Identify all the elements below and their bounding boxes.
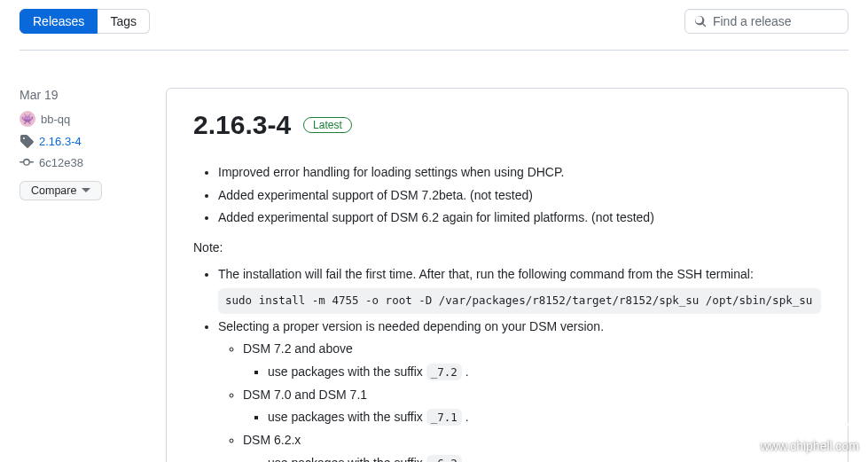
changes-list: Improved error handling for loading sett… <box>193 163 821 228</box>
tab-tags[interactable]: Tags <box>98 9 150 34</box>
dsm-label: DSM 7.2 and above <box>243 341 353 356</box>
list-item: DSM 6.2.x use packages with the suffix _… <box>243 431 821 462</box>
list-item: use packages with the suffix _7.2 . <box>268 363 821 382</box>
tag-row[interactable]: 2.16.3-4 <box>20 134 157 148</box>
watermark: www.chiphell.com <box>761 392 859 453</box>
search-field[interactable] <box>684 9 848 34</box>
dsm-label: DSM 6.2.x <box>243 433 301 447</box>
compare-label: Compare <box>31 184 76 197</box>
top-bar: Releases Tags <box>20 9 848 51</box>
watermark-url: www.chiphell.com <box>761 439 859 453</box>
suffix-code: _6.2 <box>426 455 462 462</box>
avatar: 👾 <box>20 111 35 127</box>
title-row: 2.16.3-4 Latest <box>193 110 821 140</box>
tab-releases[interactable]: Releases <box>20 9 98 34</box>
list-item: DSM 7.2 and above use packages with the … <box>243 340 821 381</box>
latest-badge: Latest <box>303 117 352 133</box>
search-input[interactable] <box>713 14 839 28</box>
list-item: The installation will fail the first tim… <box>218 265 821 313</box>
dsm-label: DSM 7.0 and DSM 7.1 <box>243 388 367 402</box>
list-item: use packages with the suffix _6.2 . <box>268 454 821 462</box>
suffix-code: _7.2 <box>426 364 462 380</box>
list-item: Improved error handling for loading sett… <box>218 163 821 183</box>
release-box: 2.16.3-4 Latest Improved error handling … <box>166 88 848 462</box>
commit-row[interactable]: 6c12e38 <box>20 155 157 169</box>
suffix-code: _7.1 <box>426 409 462 426</box>
list-item: Selecting a proper version is needed dep… <box>218 317 821 463</box>
install-command: sudo install -m 4755 -o root -D /var/pac… <box>218 288 821 314</box>
tab-group: Releases Tags <box>20 9 150 34</box>
note-label: Note: <box>193 240 821 254</box>
commit-sha: 6c12e38 <box>39 156 83 169</box>
release-sidebar: Mar 19 👾 bb-qq 2.16.3-4 6c12e38 Compare <box>20 88 166 462</box>
notes-list: The installation will fail the first tim… <box>193 265 821 462</box>
caret-down-icon <box>82 188 90 193</box>
tag-link[interactable]: 2.16.3-4 <box>39 135 82 148</box>
list-item: use packages with the suffix _7.1 . <box>268 408 821 427</box>
release-body: Improved error handling for loading sett… <box>193 163 821 462</box>
tag-icon <box>20 134 34 148</box>
select-note-text: Selecting a proper version is needed dep… <box>218 319 604 333</box>
commit-icon <box>20 155 34 169</box>
release-date: Mar 19 <box>20 88 157 102</box>
list-item: Added experimental support of DSM 7.2bet… <box>218 186 821 206</box>
watermark-logo-icon <box>779 392 859 436</box>
search-icon <box>694 14 707 28</box>
list-item: DSM 7.0 and DSM 7.1 use packages with th… <box>243 386 821 427</box>
install-note-text: The installation will fail the first tim… <box>218 267 754 281</box>
author-link[interactable]: bb-qq <box>41 113 70 126</box>
list-item: Added experimental support of DSM 6.2 ag… <box>218 208 821 228</box>
author-row[interactable]: 👾 bb-qq <box>20 111 157 127</box>
release-title: 2.16.3-4 <box>193 110 291 140</box>
version-list: DSM 7.2 and above use packages with the … <box>218 340 821 462</box>
compare-button[interactable]: Compare <box>20 181 102 200</box>
main-area: Mar 19 👾 bb-qq 2.16.3-4 6c12e38 Compare … <box>20 88 848 462</box>
